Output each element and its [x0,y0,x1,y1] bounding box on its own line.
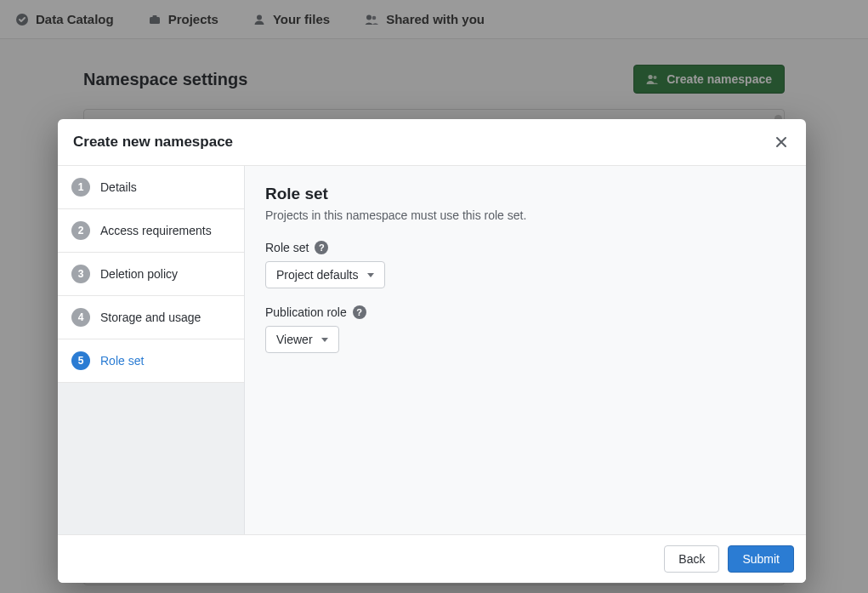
section-title: Role set [265,185,786,203]
help-icon[interactable]: ? [353,305,366,319]
help-icon[interactable]: ? [315,241,328,254]
dialog-title: Create new namespace [73,134,233,151]
field-label-row: Role set ? [265,241,786,254]
step-deletion-policy[interactable]: 3 Deletion policy [58,253,244,296]
dialog-body: 1 Details 2 Access requirements 3 Deleti… [58,166,806,534]
field-role-set: Role set ? Project defaults [265,241,786,288]
steps-filler [58,383,244,534]
chevron-down-icon [321,338,328,342]
step-access-requirements[interactable]: 2 Access requirements [58,209,244,253]
close-icon[interactable] [772,133,791,151]
chevron-down-icon [367,273,374,277]
step-number: 1 [71,178,90,197]
create-namespace-dialog: Create new namespace 1 Details 2 Access … [58,119,806,583]
step-number: 3 [71,265,90,283]
select-value: Viewer [276,333,313,346]
section-subtitle: Projects in this namespace must use this… [265,208,786,222]
step-label: Access requirements [100,224,212,237]
back-button[interactable]: Back [664,545,719,573]
step-details[interactable]: 1 Details [58,166,244,209]
step-role-set[interactable]: 5 Role set [58,339,244,383]
step-number: 2 [71,221,90,240]
step-label: Role set [100,354,144,368]
step-label: Deletion policy [100,267,178,281]
wizard-steps: 1 Details 2 Access requirements 3 Deleti… [58,166,245,534]
dialog-header: Create new namespace [58,119,806,166]
select-value: Project defaults [276,268,359,282]
step-storage-and-usage[interactable]: 4 Storage and usage [58,296,244,339]
field-label-row: Publication role ? [265,305,786,319]
step-number: 4 [71,308,90,327]
dialog-footer: Back Submit [58,534,806,583]
field-publication-role: Publication role ? Viewer [265,305,786,353]
field-label: Publication role [265,305,347,319]
submit-button[interactable]: Submit [728,545,794,573]
step-label: Storage and usage [100,311,201,324]
step-label: Details [100,180,137,194]
role-set-select[interactable]: Project defaults [265,261,385,288]
form-area: Role set Projects in this namespace must… [245,166,806,534]
field-label: Role set [265,241,309,254]
publication-role-select[interactable]: Viewer [265,326,339,353]
step-number: 5 [71,351,90,370]
